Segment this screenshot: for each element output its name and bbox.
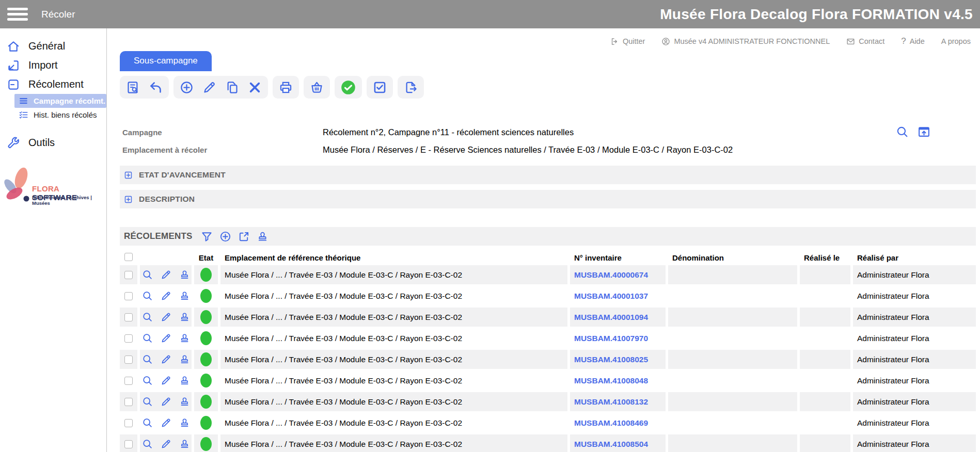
edit-pencil-icon[interactable]	[161, 333, 171, 344]
select-all-checkbox[interactable]	[124, 253, 133, 261]
stamp-icon[interactable]	[179, 417, 190, 428]
stamp-icon[interactable]	[179, 269, 190, 280]
open-window-icon[interactable]	[918, 125, 930, 138]
view-search-icon[interactable]	[142, 312, 153, 322]
quitter-link[interactable]: Quitter	[610, 37, 645, 46]
edit-pencil-icon[interactable]	[161, 417, 171, 428]
stamp-icon[interactable]	[179, 396, 190, 407]
undo-icon[interactable]	[149, 80, 163, 94]
inventory-number-link[interactable]: MUSBAM.41008025	[570, 355, 648, 364]
stamp-icon[interactable]	[179, 290, 190, 301]
recolements-table: Etat Emplacement de référence théorique …	[120, 250, 976, 452]
contact-link[interactable]: Contact	[846, 37, 884, 46]
sidebar-item-hist-biens-recoles[interactable]: Hist. biens récolés	[14, 108, 106, 122]
table-row: Musée Flora / ... / Travée E-03 / Module…	[120, 265, 976, 284]
status-green-dot	[200, 395, 212, 409]
edit-pencil-icon[interactable]	[161, 396, 171, 407]
edit-pencil-icon[interactable]	[202, 80, 216, 94]
edit-pencil-icon[interactable]	[161, 375, 171, 386]
row-denomination	[668, 350, 797, 369]
status-green-dot	[200, 416, 212, 430]
sidebar-item-label: Général	[28, 40, 65, 52]
edit-pencil-icon[interactable]	[161, 312, 171, 322]
expand-plus-icon[interactable]	[124, 171, 133, 180]
row-checkbox[interactable]	[124, 398, 133, 406]
stamp-icon[interactable]	[179, 312, 190, 322]
tab-sous-campagne[interactable]: Sous-campagne	[120, 51, 212, 71]
inventory-number-link[interactable]: MUSBAM.40001094	[570, 313, 648, 322]
checkbox-check-icon[interactable]	[373, 80, 387, 94]
add-circle-icon[interactable]	[219, 231, 231, 243]
inventory-number-link[interactable]: MUSBAM.41008132	[570, 397, 648, 407]
delete-x-icon[interactable]	[248, 80, 262, 94]
inventory-number-link[interactable]: MUSBAM.41008504	[570, 440, 648, 449]
section-title: ETAT D'AVANCEMENT	[139, 170, 226, 180]
view-search-icon[interactable]	[142, 396, 153, 407]
status-green-dot	[200, 437, 212, 451]
stamp-icon[interactable]	[179, 439, 190, 449]
filter-funnel-icon[interactable]	[201, 231, 213, 243]
search-icon[interactable]	[896, 125, 909, 138]
row-realise-par: Administrateur Flora	[853, 371, 976, 390]
view-search-icon[interactable]	[142, 439, 153, 449]
row-realise-par: Administrateur Flora	[853, 434, 976, 452]
row-checkbox[interactable]	[124, 377, 133, 385]
edit-pencil-icon[interactable]	[161, 439, 171, 449]
app-title: Musée Flora Decalog Flora FORMATION v4.5	[660, 6, 973, 23]
campagne-value: Récolement n°2, Campagne n°11 - récoleme…	[323, 127, 574, 137]
apropos-link[interactable]: A propos	[941, 37, 971, 45]
inventory-number-link[interactable]: MUSBAM.41008469	[570, 418, 648, 428]
inventory-number-link[interactable]: MUSBAM.41008048	[570, 376, 648, 385]
inventory-number-link[interactable]: MUSBAM.40001037	[570, 292, 648, 301]
row-checkbox[interactable]	[124, 313, 133, 321]
edit-pencil-icon[interactable]	[161, 269, 171, 280]
edit-pencil-icon[interactable]	[161, 354, 171, 365]
table-header: Etat Emplacement de référence théorique …	[120, 250, 976, 265]
view-search-icon[interactable]	[142, 375, 153, 386]
row-checkbox[interactable]	[124, 292, 133, 300]
aide-link[interactable]: ? Aide	[901, 36, 925, 46]
header-denomination: Dénomination	[668, 253, 797, 262]
sidebar-item-label: Récolement	[28, 78, 84, 90]
campagne-field: Campagne Récolement n°2, Campagne n°11 -…	[122, 123, 980, 141]
view-search-icon[interactable]	[142, 354, 153, 365]
copy-icon[interactable]	[225, 80, 239, 94]
hamburger-menu-icon[interactable]	[7, 8, 28, 21]
view-search-icon[interactable]	[142, 290, 153, 301]
edit-pencil-icon[interactable]	[161, 290, 171, 301]
expand-plus-icon[interactable]	[124, 195, 133, 204]
print-icon[interactable]	[279, 80, 293, 94]
row-checkbox[interactable]	[124, 419, 133, 427]
inventory-number-link[interactable]: MUSBAM.40000674	[570, 270, 648, 280]
sidebar-item-general[interactable]: Général	[0, 37, 106, 56]
row-checkbox[interactable]	[124, 356, 133, 364]
external-link-icon[interactable]	[238, 231, 250, 243]
stamp-icon[interactable]	[179, 375, 190, 386]
sidebar-item-outils[interactable]: Outils	[0, 133, 106, 152]
table-body: Musée Flora / ... / Travée E-03 / Module…	[120, 265, 976, 452]
stamp-icon[interactable]	[179, 333, 190, 344]
view-search-icon[interactable]	[142, 333, 153, 344]
sidebar-item-campagne-recolmt[interactable]: Campagne récolmt.	[14, 94, 106, 108]
row-realise-par: Administrateur Flora	[853, 350, 976, 369]
row-emplacement: Musée Flora / ... / Travée E-03 / Module…	[220, 286, 567, 305]
basket-icon[interactable]	[310, 80, 324, 94]
stamp-icon[interactable]	[179, 354, 190, 365]
view-search-icon[interactable]	[142, 417, 153, 428]
add-circle-icon[interactable]	[180, 80, 194, 94]
stamp-icon[interactable]	[257, 231, 268, 243]
sidebar-item-import[interactable]: Import	[0, 56, 106, 75]
sidebar-item-recolement[interactable]: Récolement	[0, 75, 106, 94]
inventory-number-link[interactable]: MUSBAM.41007970	[570, 334, 648, 343]
row-checkbox[interactable]	[124, 440, 133, 448]
list-search-icon[interactable]	[126, 80, 140, 94]
row-checkbox[interactable]	[124, 334, 133, 343]
current-user[interactable]: Musée v4 ADMINISTRATEUR FONCTIONNEL	[661, 37, 830, 46]
view-search-icon[interactable]	[142, 269, 153, 280]
export-icon[interactable]	[404, 80, 418, 94]
module-title: Récoler	[41, 9, 75, 20]
top-bar: Récoler Musée Flora Decalog Flora FORMAT…	[0, 0, 980, 28]
validate-green-check-icon[interactable]	[341, 80, 356, 95]
checklist-icon	[19, 110, 28, 120]
row-checkbox[interactable]	[124, 271, 133, 279]
